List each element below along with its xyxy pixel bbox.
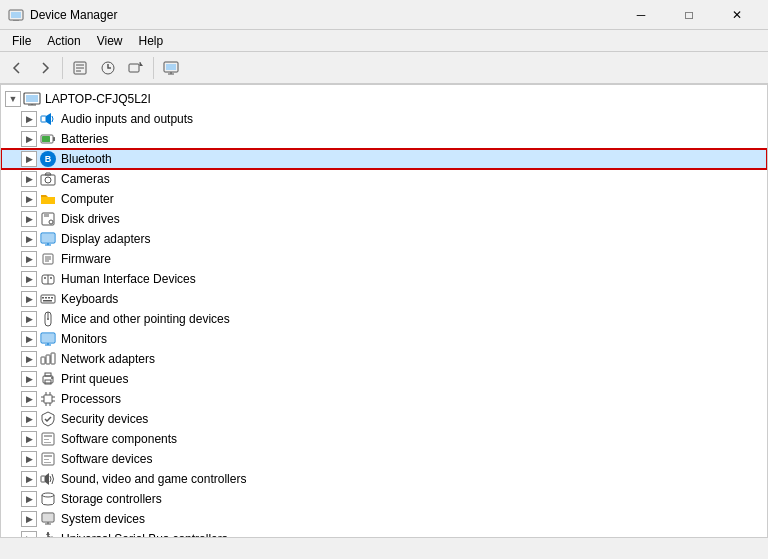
tree-item-label-12: Network adapters bbox=[61, 352, 155, 366]
expand-btn-15[interactable]: ▶ bbox=[21, 411, 37, 427]
svg-point-82 bbox=[42, 493, 54, 497]
properties-button[interactable] bbox=[67, 55, 93, 81]
tree-item-label-7: Firmware bbox=[61, 252, 111, 266]
toolbar-sep-2 bbox=[153, 57, 154, 79]
menu-file[interactable]: File bbox=[4, 32, 39, 50]
expand-btn-2[interactable]: ▶ bbox=[21, 151, 37, 167]
expand-btn-16[interactable]: ▶ bbox=[21, 431, 37, 447]
expand-btn-18[interactable]: ▶ bbox=[21, 471, 37, 487]
toolbar bbox=[0, 52, 768, 84]
expand-btn-3[interactable]: ▶ bbox=[21, 171, 37, 187]
svg-rect-44 bbox=[42, 297, 44, 299]
tree-item-disk-drives[interactable]: ▶Disk drives bbox=[1, 209, 767, 229]
tree-item-label-6: Display adapters bbox=[61, 232, 150, 246]
tree-item-software-components[interactable]: ▶Software components bbox=[1, 429, 767, 449]
menu-view[interactable]: View bbox=[89, 32, 131, 50]
back-button[interactable] bbox=[4, 55, 30, 81]
tree-item-audio-inputs-and-outputs[interactable]: ▶Audio inputs and outputs bbox=[1, 109, 767, 129]
tree-item-bluetooth[interactable]: ▶BBluetooth bbox=[1, 149, 767, 169]
camera-icon bbox=[39, 170, 57, 188]
expand-btn-20[interactable]: ▶ bbox=[21, 511, 37, 527]
svg-rect-1 bbox=[11, 12, 21, 18]
menu-action[interactable]: Action bbox=[39, 32, 88, 50]
tree-item-print-queues[interactable]: ▶Print queues bbox=[1, 369, 767, 389]
tree-item-label-1: Batteries bbox=[61, 132, 108, 146]
svg-rect-78 bbox=[44, 459, 49, 460]
tree-root[interactable]: ▼ LAPTOP-CFJQ5L2I bbox=[1, 89, 767, 109]
expand-btn-9[interactable]: ▶ bbox=[21, 291, 37, 307]
expand-btn-6[interactable]: ▶ bbox=[21, 231, 37, 247]
expand-btn-19[interactable]: ▶ bbox=[21, 491, 37, 507]
expand-btn-10[interactable]: ▶ bbox=[21, 311, 37, 327]
tree-view[interactable]: ▼ LAPTOP-CFJQ5L2I ▶Audio inputs and outp… bbox=[1, 85, 767, 558]
tree-item-system-devices[interactable]: ▶System devices bbox=[1, 509, 767, 529]
tree-item-mice-and-other-pointing-devices[interactable]: ▶Mice and other pointing devices bbox=[1, 309, 767, 329]
svg-rect-73 bbox=[44, 435, 52, 437]
tree-item-display-adapters[interactable]: ▶Display adapters bbox=[1, 229, 767, 249]
expand-btn-7[interactable]: ▶ bbox=[21, 251, 37, 267]
expand-btn-11[interactable]: ▶ bbox=[21, 331, 37, 347]
svg-rect-75 bbox=[44, 442, 51, 443]
expand-btn-17[interactable]: ▶ bbox=[21, 451, 37, 467]
keyboard-icon bbox=[39, 290, 57, 308]
expand-btn-1[interactable]: ▶ bbox=[21, 131, 37, 147]
app-icon bbox=[8, 7, 24, 23]
tree-item-batteries[interactable]: ▶Batteries bbox=[1, 129, 767, 149]
svg-point-30 bbox=[49, 220, 53, 224]
tree-item-security-devices[interactable]: ▶Security devices bbox=[1, 409, 767, 429]
security-icon bbox=[39, 410, 57, 428]
root-expand-btn[interactable]: ▼ bbox=[5, 91, 21, 107]
storage-icon bbox=[39, 490, 57, 508]
tree-item-label-0: Audio inputs and outputs bbox=[61, 112, 193, 126]
mouse-icon bbox=[39, 310, 57, 328]
print-icon bbox=[39, 370, 57, 388]
svg-rect-46 bbox=[48, 297, 50, 299]
svg-rect-43 bbox=[41, 295, 55, 303]
title-bar-controls: ─ □ ✕ bbox=[618, 0, 760, 30]
expand-btn-0[interactable]: ▶ bbox=[21, 111, 37, 127]
monitor-button[interactable] bbox=[158, 55, 184, 81]
svg-rect-45 bbox=[45, 297, 47, 299]
tree-item-cameras[interactable]: ▶Cameras bbox=[1, 169, 767, 189]
tree-item-storage-controllers[interactable]: ▶Storage controllers bbox=[1, 489, 767, 509]
svg-rect-63 bbox=[44, 395, 52, 403]
main-window: ▼ LAPTOP-CFJQ5L2I ▶Audio inputs and outp… bbox=[0, 84, 768, 559]
battery-icon bbox=[39, 130, 57, 148]
tree-item-computer[interactable]: ▶Computer bbox=[1, 189, 767, 209]
tree-item-monitors[interactable]: ▶Monitors bbox=[1, 329, 767, 349]
expand-btn-5[interactable]: ▶ bbox=[21, 211, 37, 227]
expand-btn-13[interactable]: ▶ bbox=[21, 371, 37, 387]
tree-item-human-interface-devices[interactable]: ▶Human Interface Devices bbox=[1, 269, 767, 289]
tree-item-network-adapters[interactable]: ▶Network adapters bbox=[1, 349, 767, 369]
bluetooth-icon: B bbox=[39, 150, 57, 168]
scan-hardware-button[interactable] bbox=[95, 55, 121, 81]
expand-btn-8[interactable]: ▶ bbox=[21, 271, 37, 287]
forward-button[interactable] bbox=[32, 55, 58, 81]
tree-item-software-devices[interactable]: ▶Software devices bbox=[1, 449, 767, 469]
folder-icon bbox=[39, 190, 57, 208]
tree-item-label-20: System devices bbox=[61, 512, 145, 526]
expand-btn-4[interactable]: ▶ bbox=[21, 191, 37, 207]
software-icon bbox=[39, 430, 57, 448]
firmware-icon bbox=[39, 250, 57, 268]
system-icon bbox=[39, 510, 57, 528]
tree-item-firmware[interactable]: ▶Firmware bbox=[1, 249, 767, 269]
computer-icon bbox=[23, 90, 41, 108]
tree-item-sound,-video-and-game-controllers[interactable]: ▶Sound, video and game controllers bbox=[1, 469, 767, 489]
expand-btn-12[interactable]: ▶ bbox=[21, 351, 37, 367]
menu-bar: File Action View Help bbox=[0, 30, 768, 52]
menu-help[interactable]: Help bbox=[131, 32, 172, 50]
maximize-button[interactable]: □ bbox=[666, 0, 712, 30]
expand-btn-14[interactable]: ▶ bbox=[21, 391, 37, 407]
tree-item-processors[interactable]: ▶Processors bbox=[1, 389, 767, 409]
tree-item-keyboards[interactable]: ▶Keyboards bbox=[1, 289, 767, 309]
update-driver-button[interactable] bbox=[123, 55, 149, 81]
svg-point-41 bbox=[44, 277, 46, 279]
svg-rect-12 bbox=[166, 64, 176, 70]
svg-marker-81 bbox=[45, 473, 49, 485]
close-button[interactable]: ✕ bbox=[714, 0, 760, 30]
minimize-button[interactable]: ─ bbox=[618, 0, 664, 30]
sound-icon bbox=[39, 470, 57, 488]
svg-rect-57 bbox=[46, 355, 50, 364]
svg-rect-19 bbox=[41, 116, 46, 122]
